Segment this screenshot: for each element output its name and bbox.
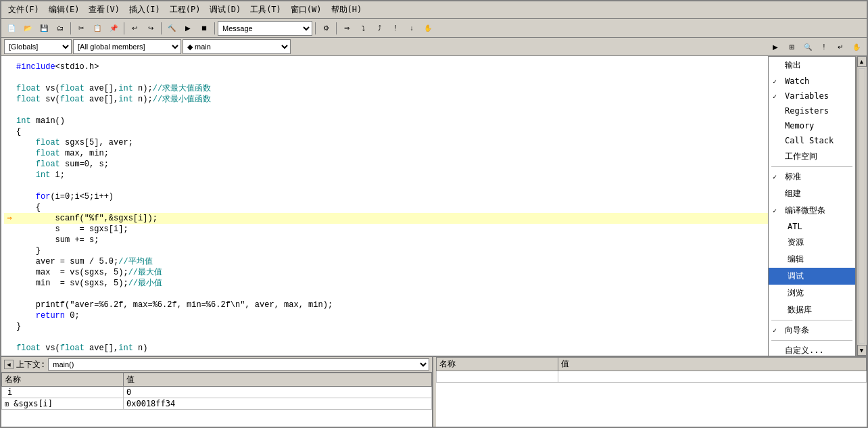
sep5 [315, 22, 316, 34]
config-btn[interactable]: ⚙ [318, 21, 333, 36]
debug-over-btn[interactable]: ⤵ [356, 21, 370, 36]
code-scrollable[interactable]: #include<stdio.h> float vs(float ave[],i… [1, 56, 855, 356]
debug-run-btn[interactable]: ↓ [404, 21, 419, 36]
panel-collapse-btn[interactable]: ◀ [4, 360, 14, 369]
code-line [4, 289, 852, 300]
run-btn[interactable]: ▶ [180, 21, 195, 36]
watch-panel: 名称 值 [436, 357, 867, 427]
menu-compile-mini[interactable]: 编译微型条 [769, 202, 855, 219]
message-dropdown[interactable]: Message [218, 21, 312, 36]
save-all-btn[interactable]: 🗂 [53, 21, 68, 36]
watch-col-name: 名称 [437, 358, 558, 371]
menu-view[interactable]: 查看(V) [85, 3, 124, 17]
debug-out-btn[interactable]: ⤴ [372, 21, 387, 36]
code-line: for(i=0;i<5;i++) [4, 191, 852, 202]
code-line: min = sv(sgxs, 5);//最小值 [4, 278, 852, 289]
open-btn[interactable]: 📂 [20, 21, 35, 36]
tb2-btn2[interactable]: ⊞ [784, 39, 799, 54]
code-line: float sgxs[5], aver; [4, 137, 852, 148]
expand-icon[interactable]: ⊞ [5, 400, 9, 408]
code-line: printf("aver=%6.2f, max=%6.2f, min=%6.2f… [4, 300, 852, 310]
code-line: aver = sum / 5.0;//平均值 [4, 256, 852, 267]
tb2-btn1[interactable]: ▶ [768, 39, 783, 54]
menu-insert[interactable]: 插入(I) [125, 3, 164, 17]
code-line: return 0; [4, 310, 852, 321]
context-bar: ◀ 上下文: main() [1, 357, 432, 373]
globals-dropdown[interactable]: [Globals] [4, 39, 72, 54]
col-name-header: 名称 [2, 373, 124, 387]
code-line: { [4, 126, 852, 137]
sep6 [336, 22, 337, 34]
debug-break-btn[interactable]: ! [388, 21, 403, 36]
menu-build[interactable]: 组建 [769, 185, 855, 202]
menu-callstack[interactable]: Call Stack [769, 133, 855, 148]
watch-col-value: 值 [558, 358, 867, 371]
menu-project[interactable]: 工程(P) [166, 3, 205, 17]
v-scrollbar[interactable]: ▲ ▼ [856, 56, 867, 356]
watch-table-wrapper[interactable]: 名称 值 [436, 357, 867, 427]
copy-btn[interactable]: 📋 [90, 21, 105, 36]
menu-wizard-bar[interactable]: 向导条 [769, 322, 855, 339]
menu-variables[interactable]: Variables [769, 89, 855, 103]
menu-atl[interactable]: ATL [769, 219, 855, 234]
tb2-btn6[interactable]: ✋ [849, 39, 864, 54]
members-dropdown[interactable]: [All global members] [73, 39, 181, 54]
tb2-btn3[interactable]: 🔍 [800, 39, 815, 54]
menu-tools[interactable]: 工具(T) [246, 3, 285, 17]
debug-hand-btn[interactable]: ✋ [420, 21, 435, 36]
stop-btn[interactable]: ⏹ [197, 21, 212, 36]
menu-help[interactable]: 帮助(H) [327, 3, 366, 17]
code-line [4, 105, 852, 116]
watch-empty-row [437, 371, 867, 383]
debug-step-btn[interactable]: ⇒ [339, 21, 354, 36]
menu-edit[interactable]: 编辑(E) [45, 3, 84, 17]
main-dropdown[interactable]: ◆ main [183, 39, 291, 54]
code-line: } [4, 245, 852, 256]
menu-debug-toolbar[interactable]: 调试 [769, 268, 855, 285]
redo-btn[interactable]: ↪ [143, 21, 158, 36]
tb2-btn4[interactable]: ! [817, 39, 831, 54]
menu-registers[interactable]: Registers [769, 103, 855, 118]
var-name: ⊞ &sgxs[i] [2, 398, 124, 410]
menu-browse[interactable]: 浏览 [769, 285, 855, 302]
menu-resource[interactable]: 资源 [769, 234, 855, 251]
menu-sep1 [771, 166, 852, 167]
menu-memory[interactable]: Memory [769, 118, 855, 133]
sep1 [70, 22, 71, 34]
app-window: 文件(F) 编辑(E) 查看(V) 插入(I) 工程(P) 调试(D) 工具(T… [0, 0, 868, 428]
scroll-down-btn[interactable]: ▼ [857, 345, 867, 356]
paste-btn[interactable]: 📌 [106, 21, 121, 36]
undo-btn[interactable]: ↩ [127, 21, 142, 36]
line-arrow [4, 62, 15, 72]
variables-table-wrapper[interactable]: 名称 值 i 0 ⊞ &sgxs[i] [1, 373, 432, 427]
code-line: float sum=0, s; [4, 159, 852, 170]
menu-debug[interactable]: 调试(D) [206, 3, 245, 17]
cut-btn[interactable]: ✂ [74, 21, 89, 36]
code-line: float max, min; [4, 148, 852, 159]
save-btn[interactable]: 💾 [37, 21, 51, 36]
menu-file[interactable]: 文件(F) [4, 3, 43, 17]
menu-database[interactable]: 数据库 [769, 302, 855, 318]
v-scrollbar-track[interactable] [859, 68, 865, 343]
context-select[interactable]: main() [48, 358, 429, 371]
menu-customize[interactable]: 自定义... [769, 342, 855, 356]
build-btn[interactable]: 🔨 [164, 21, 179, 36]
menu-standard[interactable]: 标准 [769, 168, 855, 185]
menu-sep3 [771, 340, 852, 341]
menu-editor[interactable]: 编辑 [769, 251, 855, 268]
variables-panel: ◀ 上下文: main() 名称 值 i [1, 357, 433, 427]
menu-output[interactable]: 输出 [769, 57, 855, 74]
code-line: #include<stdio.h> [4, 62, 852, 72]
table-row: ⊞ &sgxs[i] 0x0018ff34 [2, 398, 432, 410]
code-line: s = sgxs[i]; [4, 224, 852, 235]
scroll-up-btn[interactable]: ▲ [857, 56, 867, 67]
menu-window[interactable]: 窗口(W) [287, 3, 326, 17]
menu-watch[interactable]: Watch [769, 74, 855, 89]
code-line [4, 332, 852, 343]
menu-workspace[interactable]: 工作空间 [769, 148, 855, 165]
sep2 [124, 22, 124, 34]
code-editor-area: #include<stdio.h> float vs(float ave[],i… [1, 56, 856, 356]
new-btn[interactable]: 📄 [4, 21, 19, 36]
tb2-btn5[interactable]: ↵ [833, 39, 848, 54]
code-line [4, 181, 852, 191]
